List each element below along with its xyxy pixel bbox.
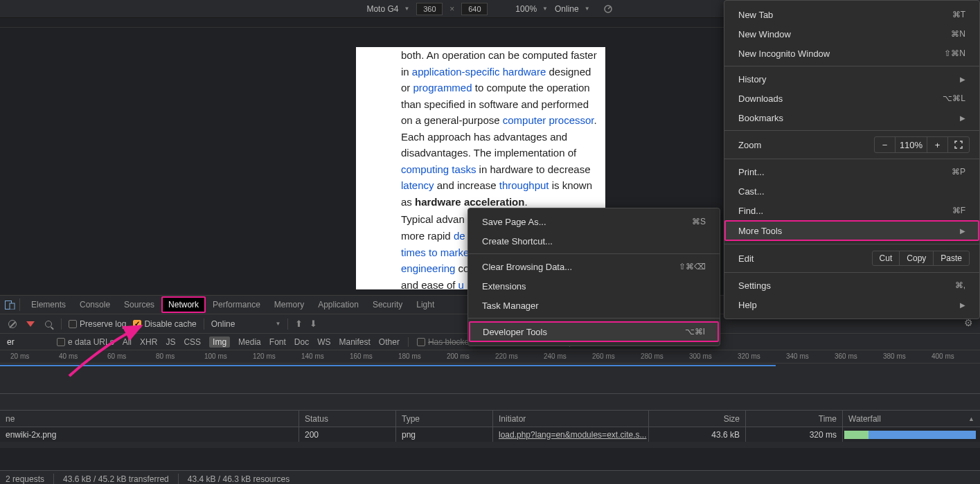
gear-icon[interactable] xyxy=(964,319,973,328)
zoom-label: Zoom xyxy=(738,140,761,150)
table-row[interactable]: enwiki-2x.png 200 png load.php?lang=en&m… xyxy=(0,427,980,442)
search-icon[interactable] xyxy=(43,319,54,330)
cut-button[interactable]: Cut xyxy=(873,251,900,265)
network-table-header: ne Status Type Initiator Size Time Water… xyxy=(0,411,980,427)
throttle-dropdown[interactable]: Online ▼ xyxy=(555,4,590,14)
tab-performance[interactable]: Performance xyxy=(206,296,267,314)
zoom-in-button[interactable]: + xyxy=(927,137,948,152)
tab-network[interactable]: Network xyxy=(161,296,206,313)
col-waterfall[interactable]: Waterfall▲ xyxy=(843,411,980,427)
menu-cast[interactable]: Cast... xyxy=(724,181,979,201)
filter-manifest[interactable]: Manifest xyxy=(339,337,371,347)
upload-icon[interactable]: ⬆ xyxy=(295,319,303,329)
term-hardware-accel: hardware acceleration xyxy=(415,196,524,208)
status-resources: 43.4 kB / 46.3 kB resources xyxy=(188,474,289,484)
link-u[interactable]: u xyxy=(458,279,464,289)
menu-find[interactable]: Find...⌘F xyxy=(724,201,979,220)
link-hardware[interactable]: application-specific hardware xyxy=(412,66,546,78)
filter-doc[interactable]: Doc xyxy=(294,337,309,347)
cell-type: png xyxy=(396,427,493,442)
menu-downloads[interactable]: Downloads⌥⌘L xyxy=(724,89,979,108)
col-type[interactable]: Type xyxy=(396,411,493,427)
chevron-right-icon: ▶ xyxy=(960,75,965,83)
filter-icon[interactable] xyxy=(25,319,36,330)
link-engineering[interactable]: engineering xyxy=(401,262,455,274)
link-programmed[interactable]: programmed xyxy=(413,82,472,93)
zoom-dropdown[interactable]: 100% ▼ xyxy=(515,4,548,14)
tab-lighthouse[interactable]: Light xyxy=(409,296,441,314)
chevron-down-icon: ▼ xyxy=(404,6,409,12)
tab-memory[interactable]: Memory xyxy=(267,296,311,314)
stop-recording-icon[interactable] xyxy=(7,319,18,330)
fullscreen-button[interactable] xyxy=(948,137,969,152)
timeline-tick: 380 ms xyxy=(883,352,906,360)
menu-extensions[interactable]: Extensions xyxy=(468,276,720,296)
timeline-tick: 220 ms xyxy=(495,352,518,360)
menu-settings[interactable]: Settings⌘, xyxy=(724,276,979,295)
menu-history[interactable]: History▶ xyxy=(724,69,979,89)
filter-js[interactable]: JS xyxy=(166,337,175,347)
timeline-tick: 120 ms xyxy=(253,352,276,360)
menu-new-tab[interactable]: New Tab⌘T xyxy=(724,5,979,24)
link-market[interactable]: times to marke xyxy=(401,247,469,258)
width-input[interactable] xyxy=(416,3,443,15)
browser-menu: New Tab⌘T New Window⌘N New Incognito Win… xyxy=(724,0,980,319)
link-de[interactable]: de xyxy=(454,230,465,242)
menu-clear-browsing[interactable]: Clear Browsing Data...⇧⌘⌫ xyxy=(468,257,720,276)
throttle-select[interactable]: Online ▼ xyxy=(211,319,281,329)
col-initiator[interactable]: Initiator xyxy=(493,411,649,427)
menu-task-manager[interactable]: Task Manager xyxy=(468,296,720,315)
timeline-tick: 80 ms xyxy=(156,352,175,360)
chevron-right-icon: ▶ xyxy=(960,301,965,309)
timeline-ruler: 20 ms40 ms60 ms80 ms100 ms120 ms140 ms16… xyxy=(0,350,980,364)
menu-developer-tools[interactable]: Developer Tools⌥⌘I xyxy=(469,321,719,342)
filter-img[interactable]: Img xyxy=(209,337,230,348)
timeline-overview[interactable] xyxy=(0,364,980,394)
filter-all[interactable]: All xyxy=(123,337,132,347)
height-input[interactable] xyxy=(461,3,488,15)
zoom-out-button[interactable]: − xyxy=(875,137,896,152)
col-time[interactable]: Time xyxy=(746,411,843,427)
menu-help[interactable]: Help▶ xyxy=(724,295,979,314)
tab-sources[interactable]: Sources xyxy=(117,296,161,314)
filter-css[interactable]: CSS xyxy=(184,337,201,347)
copy-button[interactable]: Copy xyxy=(900,251,934,265)
tab-console[interactable]: Console xyxy=(73,296,117,314)
link-processor[interactable]: computer processor xyxy=(503,114,594,126)
menu-new-incognito[interactable]: New Incognito Window⇧⌘N xyxy=(724,44,979,63)
tab-application[interactable]: Application xyxy=(311,296,366,314)
col-size[interactable]: Size xyxy=(649,411,746,427)
filter-other[interactable]: Other xyxy=(379,337,400,347)
tab-elements[interactable]: Elements xyxy=(24,296,73,314)
link-computing[interactable]: computing tasks xyxy=(401,163,476,175)
device-dropdown[interactable]: Moto G4 ▼ xyxy=(366,4,409,14)
menu-save-page[interactable]: Save Page As...⌘S xyxy=(468,212,720,231)
menu-print[interactable]: Print...⌘P xyxy=(724,162,979,181)
col-name[interactable]: ne xyxy=(0,411,299,427)
menu-new-window[interactable]: New Window⌘N xyxy=(724,24,979,44)
menu-bookmarks[interactable]: Bookmarks▶ xyxy=(724,108,979,127)
link-latency[interactable]: latency xyxy=(401,179,434,191)
hide-data-urls-checkbox[interactable]: e data URLs xyxy=(57,337,114,347)
paste-button[interactable]: Paste xyxy=(934,251,969,265)
chevron-down-icon: ▼ xyxy=(542,6,548,12)
chevron-right-icon: ▶ xyxy=(960,114,965,122)
link-throughput[interactable]: throughput xyxy=(499,179,549,191)
col-status[interactable]: Status xyxy=(299,411,396,427)
menu-create-shortcut[interactable]: Create Shortcut... xyxy=(468,231,720,251)
filter-ws[interactable]: WS xyxy=(317,337,330,347)
toggle-device-icon[interactable] xyxy=(0,301,19,310)
rotate-icon[interactable] xyxy=(603,3,614,15)
status-requests: 2 requests xyxy=(0,474,44,484)
disable-cache-checkbox[interactable]: ✓Disable cache xyxy=(133,319,196,329)
menu-zoom-row: Zoom − 110% + xyxy=(724,134,979,156)
filter-xhr[interactable]: XHR xyxy=(140,337,157,347)
filter-font[interactable]: Font xyxy=(269,337,286,347)
tab-security[interactable]: Security xyxy=(366,296,409,314)
filter-media[interactable]: Media xyxy=(238,337,261,347)
timeline-tick: 40 ms xyxy=(59,352,78,360)
menu-more-tools[interactable]: More Tools▶ xyxy=(724,220,979,241)
preserve-log-checkbox[interactable]: Preserve log xyxy=(69,319,126,329)
timeline-tick: 140 ms xyxy=(301,352,324,360)
download-icon[interactable]: ⬇ xyxy=(310,319,317,329)
